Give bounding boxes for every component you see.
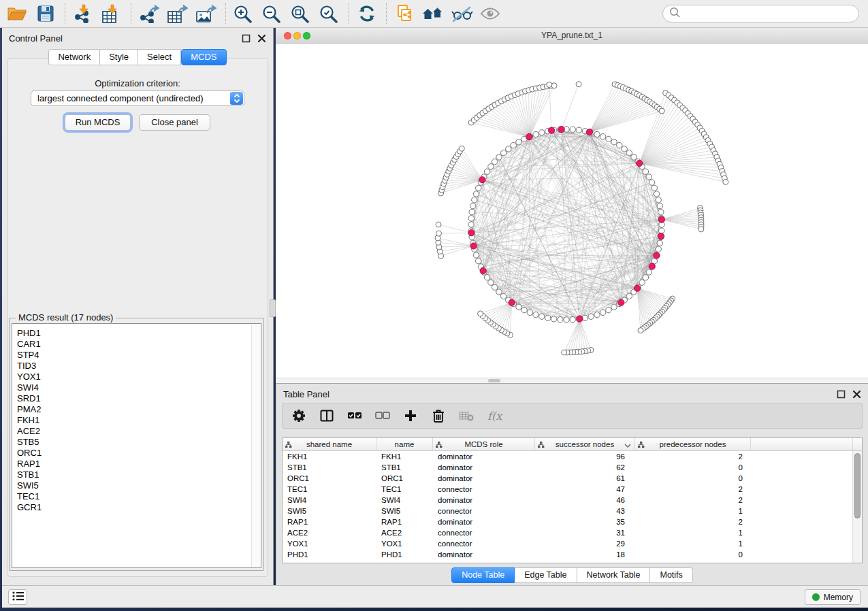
table-row[interactable]: RAP1RAP1dominator352 [283,516,862,527]
mcds-result-item[interactable]: PMA2 [17,404,261,415]
cell-successor-nodes[interactable]: 47 [535,485,635,493]
tab-style[interactable]: Style [100,49,138,65]
cell-name[interactable]: SWI4 [376,496,433,504]
mcds-result-item[interactable]: STP4 [17,350,261,361]
tab-edge-table[interactable]: Edge Table [515,567,577,583]
cell-shared-name[interactable]: YOX1 [283,540,376,548]
network-canvas[interactable] [276,44,868,378]
table-row[interactable]: ACE2ACE2connector311 [283,527,862,538]
cell-name[interactable]: ACE2 [376,529,433,537]
zoom-in-icon[interactable] [232,4,255,23]
cell-predecessor-nodes[interactable]: 2 [635,518,751,526]
cell-predecessor-nodes[interactable]: 0 [635,463,751,472]
cell-MCDS-role[interactable]: dominator [433,474,535,482]
search-box[interactable] [662,5,859,22]
mcds-result-item[interactable]: GCR1 [17,502,261,513]
tab-mcds[interactable]: MCDS [181,49,226,65]
zoom-light[interactable] [303,32,310,39]
zoom-out-icon[interactable] [261,4,284,23]
cell-successor-nodes[interactable]: 61 [535,474,635,482]
cell-MCDS-role[interactable]: dominator [433,463,535,472]
cell-successor-nodes[interactable]: 62 [535,463,635,472]
hide-selected-icon[interactable] [450,4,473,23]
zoom-fit-icon[interactable] [289,4,312,23]
cell-predecessor-nodes[interactable]: 0 [635,474,751,482]
cell-MCDS-role[interactable]: connector [433,529,535,537]
cell-MCDS-role[interactable]: dominator [433,452,535,461]
mcds-result-item[interactable]: YOX1 [17,371,261,382]
cell-successor-nodes[interactable]: 18 [535,550,635,559]
split-panel-icon[interactable] [319,408,336,423]
table-row[interactable]: SWI5SWI5connector431 [283,506,862,516]
column-header-MCDS-role[interactable]: MCDS role [433,438,535,450]
table-row[interactable]: YOX1YOX1connector291 [283,538,862,549]
table-row[interactable]: FKH1FKH1dominator962 [283,451,862,462]
cell-name[interactable]: TEC1 [376,485,433,493]
network-hscrollbar[interactable] [276,378,868,383]
cell-successor-nodes[interactable]: 31 [535,529,635,537]
cell-name[interactable]: FKH1 [376,452,433,461]
tab-select[interactable]: Select [138,49,181,65]
table-row[interactable]: TEC1TEC1connector472 [283,484,862,495]
cell-name[interactable]: YOX1 [376,540,433,548]
cell-predecessor-nodes[interactable]: 2 [635,496,751,504]
mcds-result-item[interactable]: SWI5 [17,480,261,491]
mcds-result-item[interactable]: TID3 [17,361,261,371]
cell-predecessor-nodes[interactable]: 2 [635,452,751,461]
mcds-result-item[interactable]: RAP1 [17,459,261,469]
run-mcds-button[interactable]: Run MCDS [65,114,131,131]
panel-divider-handle[interactable] [270,299,276,317]
cell-shared-name[interactable]: ORC1 [283,474,376,482]
mcds-result-item[interactable]: STB1 [17,469,261,480]
cell-MCDS-role[interactable]: connector [433,507,535,515]
cell-name[interactable]: STB1 [376,463,433,472]
memory-button[interactable]: Memory [805,589,861,605]
cell-MCDS-role[interactable]: dominator [433,550,535,559]
cell-predecessor-nodes[interactable]: 2 [635,485,751,493]
deselect-all-rows-icon[interactable] [375,408,391,423]
dropdown-stepper-icon[interactable] [230,92,243,105]
table-row[interactable]: ORC1ORC1dominator610 [283,473,862,484]
select-all-rows-icon[interactable] [347,408,364,423]
cell-name[interactable]: ORC1 [376,474,433,482]
float-panel-icon[interactable] [242,34,251,43]
mcds-result-list[interactable]: PHD1CAR1STP4TID3YOX1SWI4SRD1PMA2FKH1ACE2… [12,323,261,568]
cell-predecessor-nodes[interactable]: 1 [635,540,751,548]
cell-shared-name[interactable]: SWI5 [283,507,376,515]
save-session-icon[interactable] [34,4,57,23]
network-graph[interactable] [276,44,868,378]
cell-name[interactable]: RAP1 [376,518,433,526]
tab-motifs[interactable]: Motifs [650,567,692,583]
table-vscrollbar[interactable] [852,451,862,563]
cell-MCDS-role[interactable]: connector [433,485,535,493]
cell-MCDS-role[interactable]: dominator [433,496,535,504]
create-column-icon[interactable] [403,408,419,423]
cell-successor-nodes[interactable]: 43 [535,507,635,515]
mcds-result-item[interactable]: TEC1 [17,491,261,502]
column-header-shared-name[interactable]: shared name [283,438,376,450]
sort-chevron-icon[interactable] [624,442,631,450]
cell-predecessor-nodes[interactable]: 1 [635,529,751,537]
export-image-icon[interactable] [195,4,218,23]
tab-node-table[interactable]: Node Table [451,567,515,583]
mcds-result-item[interactable]: PHD1 [17,328,261,339]
minimize-light[interactable] [293,32,301,39]
search-input[interactable] [681,7,858,20]
cell-successor-nodes[interactable]: 96 [535,452,635,461]
table-row[interactable]: SWI4SWI4dominator462 [283,495,862,506]
column-header-name[interactable]: name [376,438,433,450]
cell-shared-name[interactable]: TEC1 [283,485,376,493]
cell-predecessor-nodes[interactable]: 0 [635,550,751,559]
cell-MCDS-role[interactable]: connector [433,540,535,548]
cell-shared-name[interactable]: PHD1 [283,550,376,559]
mcds-result-item[interactable]: FKH1 [17,415,261,426]
panel-list-button[interactable] [8,589,27,605]
cell-shared-name[interactable]: RAP1 [283,518,376,526]
close-table-panel-icon[interactable] [852,390,861,399]
close-panel-icon[interactable] [257,34,266,43]
cell-shared-name[interactable]: FKH1 [283,452,376,461]
mcds-result-item[interactable]: SRD1 [17,393,261,404]
open-file-icon[interactable] [5,4,29,23]
float-table-panel-icon[interactable] [837,390,846,399]
cell-predecessor-nodes[interactable]: 1 [635,507,751,515]
